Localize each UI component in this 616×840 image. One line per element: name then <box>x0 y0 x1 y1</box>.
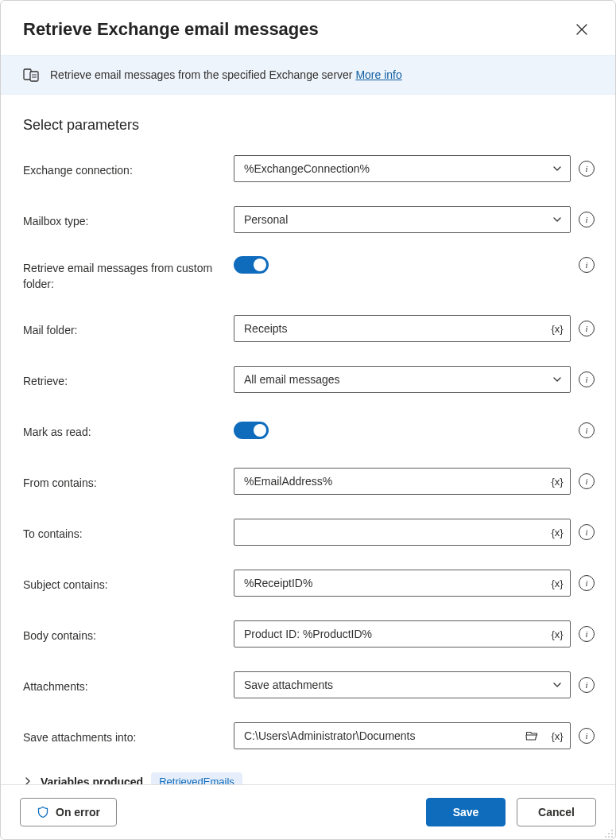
input-subject-contains[interactable] <box>234 570 544 596</box>
info-icon[interactable]: i <box>579 321 595 336</box>
variable-token-button[interactable]: {x} <box>544 316 570 341</box>
select-retrieve[interactable]: All email messages <box>234 366 571 393</box>
shield-icon <box>37 806 49 819</box>
label-subject-contains: Subject contains: <box>23 573 234 593</box>
input-to-contains[interactable] <box>234 519 544 545</box>
label-from-contains: From contains: <box>23 471 234 492</box>
variable-pill[interactable]: RetrievedEmails <box>151 772 242 784</box>
resize-grip[interactable] <box>604 828 614 838</box>
dialog-header: Retrieve Exchange email messages <box>1 1 615 55</box>
param-retrieve: Retrieve: All email messages i <box>23 365 595 394</box>
content: Select parameters Exchange connection: %… <box>1 95 615 784</box>
on-error-button[interactable]: On error <box>20 798 117 826</box>
toggle-custom-folder[interactable] <box>234 256 269 274</box>
info-icon[interactable]: i <box>579 257 595 273</box>
select-exchange-connection[interactable]: %ExchangeConnection% <box>234 155 571 182</box>
variables-produced-row: Variables produced RetrievedEmails <box>23 772 595 784</box>
svg-point-6 <box>608 836 610 838</box>
param-exchange-connection: Exchange connection: %ExchangeConnection… <box>23 154 595 183</box>
label-mailbox-type: Mailbox type: <box>23 209 234 230</box>
svg-point-4 <box>611 833 613 834</box>
param-attachments: Attachments: Save attachments i <box>23 671 595 699</box>
label-body-contains: Body contains: <box>23 624 234 644</box>
svg-point-3 <box>608 833 610 834</box>
close-button[interactable] <box>569 17 595 42</box>
label-exchange-connection: Exchange connection: <box>23 158 234 179</box>
param-custom-folder: Retrieve email messages from custom fold… <box>23 256 595 292</box>
expand-variables-toggle[interactable] <box>23 776 33 784</box>
info-icon[interactable]: i <box>579 371 595 387</box>
input-save-into[interactable] <box>234 723 519 749</box>
chevron-down-icon <box>544 672 570 698</box>
close-icon <box>576 24 587 35</box>
input-mail-folder[interactable] <box>234 316 544 341</box>
variable-token-button[interactable]: {x} <box>544 469 570 494</box>
dialog-title: Retrieve Exchange email messages <box>23 19 319 40</box>
info-banner: Retrieve email messages from the specifi… <box>1 55 615 95</box>
label-to-contains: To contains: <box>23 522 234 542</box>
label-attachments: Attachments: <box>23 675 234 695</box>
more-info-link[interactable]: More info <box>355 68 401 81</box>
dialog: Retrieve Exchange email messages Retriev… <box>0 0 616 840</box>
param-from-contains: From contains: {x} i <box>23 467 595 496</box>
info-icon[interactable]: i <box>579 728 595 744</box>
info-icon[interactable]: i <box>579 677 595 693</box>
label-mark-as-read: Mark as read: <box>23 420 234 441</box>
banner-text: Retrieve email messages from the specifi… <box>50 68 402 81</box>
toggle-mark-as-read[interactable] <box>234 422 269 439</box>
svg-rect-1 <box>30 72 38 81</box>
browse-folder-button[interactable] <box>519 723 544 749</box>
param-save-into: Save attachments into: {x} i <box>23 721 595 750</box>
param-subject-contains: Subject contains: {x} i <box>23 569 595 597</box>
chevron-down-icon <box>544 367 570 392</box>
svg-point-5 <box>605 836 606 838</box>
footer-right: Save Cancel <box>426 798 596 826</box>
variable-token-button[interactable]: {x} <box>544 621 570 647</box>
info-icon[interactable]: i <box>579 575 595 591</box>
param-to-contains: To contains: {x} i <box>23 518 595 546</box>
label-save-into: Save attachments into: <box>23 725 234 746</box>
folder-open-icon <box>525 729 538 742</box>
info-icon[interactable]: i <box>579 473 595 489</box>
variable-token-button[interactable]: {x} <box>544 723 570 749</box>
label-retrieve: Retrieve: <box>23 369 234 390</box>
action-icon <box>23 67 39 83</box>
svg-point-7 <box>611 836 613 838</box>
label-custom-folder: Retrieve email messages from custom fold… <box>23 256 234 292</box>
variable-token-button[interactable]: {x} <box>544 519 570 545</box>
param-body-contains: Body contains: {x} i <box>23 620 595 648</box>
param-mailbox-type: Mailbox type: Personal i <box>23 205 595 234</box>
info-icon[interactable]: i <box>579 524 595 540</box>
param-mark-as-read: Mark as read: i <box>23 416 595 445</box>
info-icon[interactable]: i <box>579 422 595 438</box>
info-icon[interactable]: i <box>579 161 595 177</box>
variables-produced-label: Variables produced <box>41 776 143 784</box>
label-mail-folder: Mail folder: <box>23 318 234 339</box>
chevron-down-icon <box>544 156 570 181</box>
param-mail-folder: Mail folder: {x} i <box>23 314 595 343</box>
info-icon[interactable]: i <box>579 212 595 228</box>
save-button[interactable]: Save <box>426 798 506 826</box>
input-from-contains[interactable] <box>234 469 544 494</box>
cancel-button[interactable]: Cancel <box>517 798 596 826</box>
select-attachments[interactable]: Save attachments <box>234 671 571 698</box>
select-mailbox-type[interactable]: Personal <box>234 206 571 233</box>
info-icon[interactable]: i <box>579 626 595 642</box>
chevron-right-icon <box>23 776 33 784</box>
chevron-down-icon <box>544 207 570 232</box>
section-title: Select parameters <box>23 117 595 134</box>
dialog-footer: On error Save Cancel <box>1 784 615 839</box>
input-body-contains[interactable] <box>234 621 544 647</box>
svg-point-2 <box>611 830 613 831</box>
variable-token-button[interactable]: {x} <box>544 570 570 596</box>
